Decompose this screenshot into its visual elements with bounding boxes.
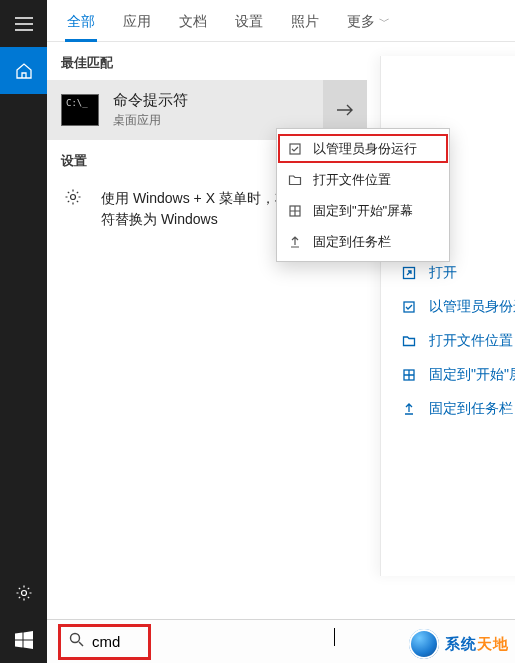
detail-open-location[interactable]: 打开文件位置: [381, 324, 515, 358]
open-icon: [401, 265, 417, 281]
search-box[interactable]: [61, 627, 148, 657]
tab-settings[interactable]: 设置: [235, 13, 263, 41]
tab-apps[interactable]: 应用: [123, 13, 151, 41]
watermark: 系统天地: [403, 623, 515, 663]
detail-run-admin-label: 以管理员身份运: [429, 298, 515, 316]
detail-open-label: 打开: [429, 264, 457, 282]
arrow-right-icon: [336, 103, 354, 117]
watermark-text: 系统天地: [445, 635, 509, 654]
search-input[interactable]: [92, 633, 140, 650]
tab-docs[interactable]: 文档: [179, 13, 207, 41]
best-match-heading: 最佳匹配: [47, 42, 367, 80]
svg-rect-3: [404, 302, 414, 312]
pin-start-icon: [401, 367, 417, 383]
ctx-pin-start-label: 固定到"开始"屏幕: [313, 202, 413, 220]
detail-run-admin[interactable]: 以管理员身份运: [381, 290, 515, 324]
detail-open-location-label: 打开文件位置: [429, 332, 513, 350]
home-button[interactable]: [0, 47, 47, 94]
svg-rect-5: [290, 144, 300, 154]
tab-photos[interactable]: 照片: [291, 13, 319, 41]
tab-all[interactable]: 全部: [67, 13, 95, 41]
detail-pin-taskbar[interactable]: 固定到任务栏: [381, 392, 515, 426]
hamburger-icon: [15, 17, 33, 31]
scope-tabs: 全部 应用 文档 设置 照片 更多﹀: [47, 0, 515, 42]
folder-icon: [287, 172, 303, 188]
watermark-td: 天地: [477, 635, 509, 652]
svg-point-7: [71, 634, 80, 643]
best-match-subtitle: 桌面应用: [113, 112, 188, 129]
best-match-title: 命令提示符: [113, 91, 188, 110]
detail-pin-taskbar-label: 固定到任务栏: [429, 400, 513, 418]
svg-point-1: [71, 195, 76, 200]
ctx-run-as-admin[interactable]: 以管理员身份运行: [277, 133, 449, 164]
detail-pin-start-label: 固定到"开始"屏: [429, 366, 515, 384]
gear-icon: [15, 584, 33, 602]
hamburger-button[interactable]: [0, 0, 47, 47]
ctx-pin-to-start[interactable]: 固定到"开始"屏幕: [277, 195, 449, 226]
svg-point-0: [21, 590, 26, 595]
pin-taskbar-icon: [401, 401, 417, 417]
ctx-pin-taskbar-label: 固定到任务栏: [313, 233, 391, 251]
ctx-open-loc-label: 打开文件位置: [313, 171, 391, 189]
tab-more-label: 更多: [347, 13, 375, 29]
home-icon: [15, 62, 33, 80]
windows-logo-icon: [15, 631, 33, 649]
pin-taskbar-icon: [287, 234, 303, 250]
context-menu: 以管理员身份运行 打开文件位置 固定到"开始"屏幕 固定到任务栏: [276, 128, 450, 262]
start-button[interactable]: [0, 616, 47, 663]
search-icon: [69, 632, 84, 651]
cmd-icon: C:\_: [61, 94, 99, 126]
ctx-pin-to-taskbar[interactable]: 固定到任务栏: [277, 226, 449, 257]
watermark-sys: 系统: [445, 635, 477, 652]
pin-start-icon: [287, 203, 303, 219]
globe-icon: [409, 629, 439, 659]
detail-pin-start[interactable]: 固定到"开始"屏: [381, 358, 515, 392]
folder-icon: [401, 333, 417, 349]
tab-more[interactable]: 更多﹀: [347, 13, 390, 41]
settings-tile-icon: [64, 188, 82, 206]
ctx-open-file-location[interactable]: 打开文件位置: [277, 164, 449, 195]
run-admin-icon: [287, 141, 303, 157]
left-rail: [0, 0, 47, 663]
text-cursor: [334, 628, 335, 646]
shield-icon: [401, 299, 417, 315]
chevron-down-icon: ﹀: [379, 14, 390, 29]
settings-rail-button[interactable]: [0, 569, 47, 616]
ctx-run-admin-label: 以管理员身份运行: [313, 140, 417, 158]
